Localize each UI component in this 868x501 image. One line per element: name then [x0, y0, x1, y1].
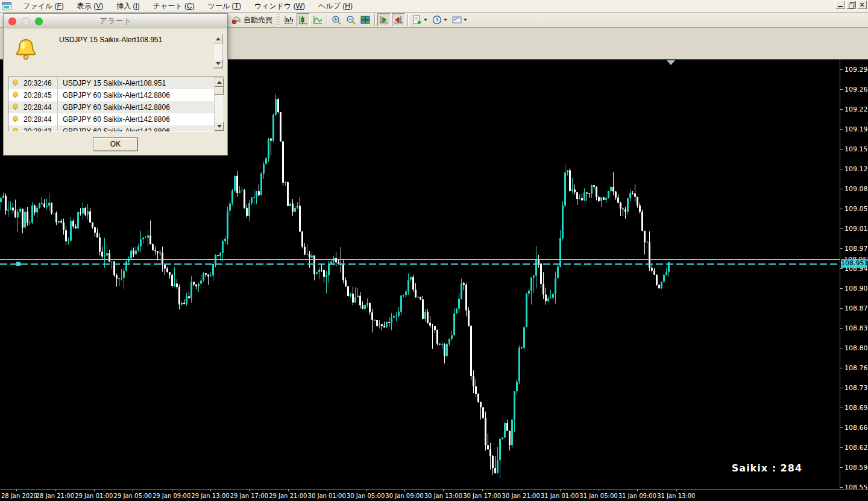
alert-row[interactable]: 20:28:43GBPJPY 60 Saikix-Alert142.8806 — [8, 125, 224, 132]
close-traffic-button[interactable] — [8, 17, 16, 25]
price-axis-tick — [840, 328, 843, 329]
list-scroll-down-button[interactable] — [215, 122, 224, 131]
autotrading-button[interactable]: 自動売買 — [230, 13, 274, 27]
alert-row[interactable]: 20:28:44GBPJPY 60 Saikix-Alert142.8806 — [8, 113, 224, 125]
alert-list[interactable]: 20:32:46USDJPY 15 Saikix-Alert108.95120:… — [8, 77, 224, 132]
time-axis-label: 31 Jan 09:00 — [618, 493, 656, 499]
periods-icon — [432, 15, 442, 25]
close-button[interactable] — [857, 1, 867, 9]
traffic-lights — [8, 17, 43, 25]
menu-item-h[interactable]: ヘルプ (H) — [312, 0, 359, 13]
restore-button[interactable] — [846, 1, 856, 9]
chart-shift-marker[interactable] — [667, 60, 675, 65]
price-axis-label: 108.660 — [844, 424, 868, 432]
time-axis-label: 31 Jan 01:00 — [541, 493, 579, 499]
time-axis-tick — [676, 490, 677, 491]
chart-shift-button[interactable] — [392, 13, 405, 27]
alert-message: USDJPY 15 Saikix-Alert108.951 — [59, 36, 162, 44]
price-axis-tick — [840, 209, 843, 209]
chart-window-icon — [2, 2, 11, 10]
alert-text: GBPJPY 60 Saikix-Alert142.8806 — [57, 101, 224, 113]
alert-row[interactable]: 20:28:44GBPJPY 60 Saikix-Alert142.8806 — [8, 101, 224, 113]
ok-button[interactable]: OK — [93, 137, 138, 151]
price-axis-tick — [840, 447, 843, 448]
price-axis-label: 108.730 — [844, 384, 868, 392]
line-selection-handle[interactable] — [16, 262, 20, 266]
templates-button[interactable] — [450, 13, 469, 27]
menu-item-t[interactable]: ツール (T) — [201, 0, 248, 13]
price-axis-label: 109.085 — [844, 185, 868, 193]
menu-item-f[interactable]: ファイル (F) — [16, 0, 71, 13]
list-scrollbar[interactable] — [214, 77, 224, 131]
zoom-traffic-button[interactable] — [35, 17, 43, 25]
time-axis-tick — [443, 490, 444, 491]
time-axis[interactable]: 28 Jan 202028 Jan 21:0029 Jan 01:0029 Ja… — [0, 489, 868, 501]
bell-icon — [11, 103, 20, 112]
time-axis-label: 28 Jan 21:00 — [36, 493, 74, 499]
alert-text: GBPJPY 60 Saikix-Alert142.8806 — [57, 113, 224, 125]
price-axis-label: 108.905 — [844, 285, 868, 292]
price-axis-tick — [840, 288, 843, 289]
time-axis-tick — [327, 490, 327, 491]
horizontal-line-solid[interactable] — [0, 259, 840, 260]
chart-watermark: Saikix : 284 — [732, 462, 802, 474]
zoom-out-icon — [346, 15, 356, 25]
scroll-up-button[interactable] — [213, 34, 222, 43]
price-axis[interactable]: 109.295109.260109.225109.190109.155109.1… — [840, 60, 868, 489]
alert-dialog: アラート USDJPY 15 Saikix-Alert108.951 20:32… — [3, 13, 228, 156]
price-axis-tick — [840, 348, 843, 348]
menu-item-v[interactable]: 表示 (V) — [71, 0, 110, 13]
list-scroll-up-button[interactable] — [215, 78, 224, 87]
auto-scroll-icon — [379, 15, 389, 25]
menu-item-c[interactable]: チャート (C) — [146, 0, 201, 13]
price-axis-tick — [840, 109, 843, 110]
indicators-button[interactable] — [410, 13, 429, 27]
tile-windows-icon — [360, 15, 370, 25]
time-axis-tick — [133, 490, 133, 491]
menu-bar: ファイル (F)表示 (V)挿入 (I)チャート (C)ツール (T)ウィンドウ… — [0, 0, 868, 13]
candlestick-chart-button[interactable] — [297, 13, 310, 27]
list-scroll-thumb[interactable] — [215, 87, 224, 95]
alert-row[interactable]: 20:28:45GBPJPY 60 Saikix-Alert142.8806 — [8, 89, 224, 101]
price-axis-label: 109.010 — [844, 225, 868, 233]
price-axis-label: 109.225 — [844, 106, 868, 113]
price-axis-tick — [840, 268, 843, 269]
price-axis-label: 108.695 — [844, 404, 868, 412]
templates-icon — [452, 15, 462, 25]
message-scrollbar[interactable] — [213, 34, 223, 69]
time-axis-label: 28 Jan 2020 — [1, 493, 37, 499]
time-axis-label: 30 Jan 17:00 — [463, 493, 501, 499]
toolbar-separator — [407, 14, 408, 26]
time-axis-label: 29 Jan 21:00 — [269, 493, 307, 499]
zoom-in-icon — [332, 15, 341, 25]
autotrading-label: 自動売買 — [244, 15, 272, 25]
time-axis-label: 30 Jan 21:00 — [502, 493, 540, 499]
zoom-in-button[interactable] — [330, 13, 343, 27]
scroll-down-button[interactable] — [213, 59, 222, 68]
menu-item-w[interactable]: ウィンドウ (W) — [248, 0, 312, 13]
price-axis-label: 108.625 — [844, 444, 868, 452]
bar-chart-button[interactable] — [282, 13, 295, 27]
menu-item-i[interactable]: 挿入 (I) — [110, 0, 146, 13]
periods-button[interactable] — [430, 13, 449, 27]
alert-time: 20:28:43 — [20, 127, 57, 132]
alert-time: 20:28:44 — [20, 115, 57, 124]
zoom-out-button[interactable] — [344, 13, 357, 27]
time-axis-tick — [521, 490, 521, 491]
alert-dialog-titlebar[interactable]: アラート — [4, 14, 227, 28]
minimize-button[interactable] — [835, 1, 845, 9]
time-axis-tick — [210, 490, 211, 491]
line-chart-button[interactable] — [311, 13, 324, 27]
tile-windows-button[interactable] — [359, 13, 372, 27]
time-axis-tick — [366, 490, 366, 491]
minimize-traffic-button[interactable] — [22, 17, 30, 25]
price-axis-tick — [840, 308, 843, 309]
price-axis-label: 109.155 — [844, 145, 868, 153]
price-axis-label: 108.765 — [844, 364, 868, 372]
alert-text: GBPJPY 60 Saikix-Alert142.8806 — [57, 89, 224, 101]
bell-icon — [11, 79, 20, 87]
alert-row[interactable]: 20:32:46USDJPY 15 Saikix-Alert108.951 — [8, 77, 224, 89]
auto-scroll-button[interactable] — [377, 13, 391, 27]
alert-horizontal-line[interactable] — [0, 263, 840, 265]
time-axis-label: 30 Jan 09:00 — [385, 493, 423, 499]
